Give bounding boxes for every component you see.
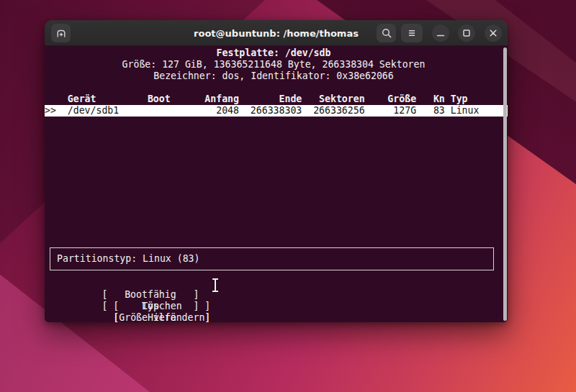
text-cursor-pointer	[212, 278, 219, 292]
window-title: root@ubuntunb: /home/thomas	[194, 27, 359, 38]
maximize-icon	[458, 24, 475, 42]
menu-row-1: [ Bootfähig ] [ Löschen ] [Größe verände…	[45, 278, 210, 289]
search-button[interactable]	[377, 24, 396, 42]
partition-type-text: Partitionstyp: Linux (83)	[57, 253, 200, 265]
terminal-screen[interactable]: Festplatte: /dev/sdb Größe: 127 GiB, 136…	[45, 46, 508, 322]
terminal-scrollbar[interactable]	[503, 47, 507, 321]
close-button[interactable]	[485, 24, 502, 42]
new-tab-button[interactable]	[51, 24, 71, 42]
disk-size-line: Größe: 127 GiB, 136365211648 Byte, 26633…	[45, 59, 503, 70]
desktop: root@ubuntunb: /home/thomas	[0, 0, 576, 392]
menu-button[interactable]	[401, 24, 423, 42]
disk-title-line: Festplatte: /dev/sdb	[45, 47, 503, 59]
menu-row-2: [ Typ ] [ Hilfe ] [ Schreib. ] [ Speiche…	[45, 289, 210, 301]
table-header-row: Gerät Boot Anfang Ende Sektoren Größe Kn…	[45, 94, 503, 105]
disk-label-line: Bezeichner: dos, Identifikator: 0x38e620…	[45, 70, 503, 82]
hamburger-icon	[406, 27, 418, 39]
minimize-button[interactable]	[432, 24, 449, 42]
terminal-window: root@ubuntunb: /home/thomas	[45, 20, 508, 322]
type-button[interactable]: [ Typ ]	[102, 301, 199, 312]
titlebar[interactable]: root@ubuntunb: /home/thomas	[45, 20, 508, 46]
maximize-button[interactable]	[458, 24, 475, 42]
search-icon	[381, 27, 392, 39]
minimize-icon	[432, 24, 449, 42]
new-tab-icon	[55, 27, 67, 39]
table-row-selected[interactable]: >> /dev/sdb1 2048 266338303 266336256 12…	[45, 105, 508, 117]
partition-type-box: Partitionstyp: Linux (83)	[50, 247, 494, 270]
close-icon	[485, 24, 502, 42]
help-button[interactable]: [ Hilfe ]	[113, 312, 210, 322]
